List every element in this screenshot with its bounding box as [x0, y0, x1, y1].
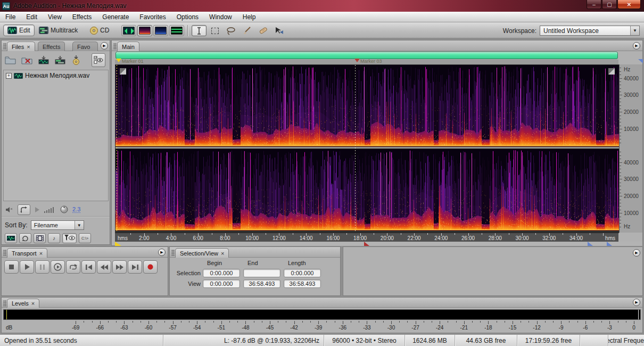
- panel-grip[interactable]: [171, 250, 175, 256]
- lasso-selection-tool[interactable]: [224, 25, 238, 36]
- marker-strip[interactable]: Marker 01Marker 03: [115, 60, 618, 64]
- view-handle[interactable]: [607, 242, 612, 246]
- menu-item-effects[interactable]: Effects: [67, 12, 97, 22]
- filter-options-button[interactable]: [62, 233, 77, 243]
- open-file-icon[interactable]: [5, 55, 16, 65]
- import-file-edit-icon[interactable]: [38, 55, 49, 65]
- panel-menu-button[interactable]: ▶: [101, 42, 108, 50]
- menu-item-edit[interactable]: Edit: [21, 12, 43, 22]
- pause-button[interactable]: [35, 260, 49, 274]
- panel-grip[interactable]: [3, 43, 6, 50]
- horizontal-zoom-navigator[interactable]: [115, 52, 618, 59]
- tab-favorites[interactable]: Favo: [72, 42, 98, 51]
- panel-grip[interactable]: [3, 250, 6, 256]
- tab-transport[interactable]: Transport ×: [7, 248, 47, 258]
- time-selection-tool[interactable]: [192, 25, 207, 36]
- tab-files[interactable]: Files ×: [7, 42, 35, 51]
- playhead-handle[interactable]: [115, 242, 121, 246]
- menu-item-window[interactable]: Window: [204, 12, 237, 22]
- show-audio-files-button[interactable]: [5, 233, 17, 243]
- play-looped-button[interactable]: [66, 260, 80, 274]
- tab-effects[interactable]: Effects: [38, 42, 65, 51]
- spectral-frequency-view-icon[interactable]: [137, 25, 152, 36]
- play-from-cursor-button[interactable]: [51, 260, 65, 274]
- show-video-files-button[interactable]: [34, 233, 46, 243]
- tab-close-icon[interactable]: ×: [39, 250, 43, 257]
- spectral-phase-view-icon[interactable]: [169, 25, 184, 36]
- show-options-button[interactable]: [92, 53, 105, 67]
- preview-volume-value[interactable]: 2.3: [72, 206, 80, 213]
- selection-length-field[interactable]: [284, 269, 321, 277]
- menu-item-view[interactable]: View: [43, 12, 67, 22]
- multitrack-view-button[interactable]: Multitrack: [35, 24, 81, 36]
- menu-item-generate[interactable]: Generate: [97, 12, 134, 22]
- marker-1[interactable]: Marker 01: [116, 59, 144, 64]
- tab-close-icon[interactable]: ×: [221, 250, 224, 257]
- view-end-field[interactable]: [243, 279, 280, 288]
- panel-menu-button[interactable]: ▶: [633, 299, 640, 306]
- view-handle[interactable]: [588, 242, 593, 246]
- tab-close-icon[interactable]: ×: [27, 44, 30, 50]
- record-button[interactable]: [143, 260, 158, 274]
- menu-item-help[interactable]: Help: [237, 12, 261, 22]
- rewind-button[interactable]: [97, 260, 111, 274]
- edit-view-button[interactable]: Edit: [3, 24, 35, 36]
- volume-knob[interactable]: [60, 205, 68, 213]
- preview-play-icon[interactable]: [35, 207, 40, 213]
- view-begin-field[interactable]: [203, 279, 240, 288]
- maximize-button[interactable]: ▢: [602, 0, 617, 9]
- go-to-beginning-button[interactable]: [81, 260, 96, 274]
- go-to-end-button[interactable]: [128, 260, 142, 274]
- stop-button[interactable]: [4, 260, 19, 274]
- marker-2[interactable]: Marker 03: [354, 59, 382, 64]
- cd-view-button[interactable]: CD: [86, 24, 113, 36]
- spectrogram-canvas[interactable]: [115, 64, 619, 233]
- tab-main[interactable]: Main: [117, 42, 139, 51]
- close-file-icon[interactable]: [21, 55, 33, 65]
- marquee-selection-tool[interactable]: [208, 25, 222, 36]
- volume-bars-icon[interactable]: [44, 206, 56, 213]
- level-meter[interactable]: [3, 309, 641, 320]
- panel-menu-button[interactable]: ▶: [633, 249, 640, 257]
- panel-grip[interactable]: [3, 300, 6, 307]
- right-edge-handle[interactable]: [638, 59, 643, 63]
- play-button[interactable]: [20, 260, 34, 274]
- tab-levels[interactable]: Levels ×: [7, 299, 39, 308]
- minimize-button[interactable]: –: [587, 0, 601, 9]
- show-midi-files-button[interactable]: ♪: [48, 233, 60, 243]
- db-label: -24: [436, 325, 443, 331]
- scrub-tool[interactable]: [271, 25, 286, 36]
- effects-paintbrush-tool[interactable]: [240, 25, 254, 36]
- frequency-ruler[interactable]: Hz10000200003000040000Hz1000020000300004…: [619, 64, 642, 233]
- waveform-view-icon[interactable]: [121, 25, 136, 36]
- auto-play-button[interactable]: [18, 204, 30, 215]
- import-cd-icon[interactable]: [71, 55, 81, 65]
- show-loop-files-button[interactable]: [19, 233, 31, 243]
- selection-begin-field[interactable]: [203, 269, 240, 277]
- speaker-icon[interactable]: [5, 206, 13, 213]
- file-tree-item[interactable]: + Нежная Мелодия.wav: [4, 70, 108, 79]
- menu-item-file[interactable]: File: [0, 12, 21, 22]
- workspace-select[interactable]: Untitled Workspace ▼: [540, 26, 640, 36]
- panel-grip[interactable]: [113, 43, 117, 50]
- import-file-multitrack-icon[interactable]: [54, 55, 66, 65]
- sort-by-select[interactable]: Filename ▼: [31, 220, 84, 230]
- marker-handle[interactable]: [364, 242, 369, 246]
- menu-item-options[interactable]: Options: [171, 12, 204, 22]
- freq-label: 10000: [624, 126, 639, 132]
- close-button[interactable]: ✕: [617, 0, 641, 9]
- panel-menu-button[interactable]: ▶: [158, 249, 166, 256]
- spectral-pan-view-icon[interactable]: [153, 25, 168, 36]
- spot-healing-brush-tool[interactable]: [255, 25, 270, 36]
- time-ruler[interactable]: hmshms2:004:006:008:0010:0012:0014:0016:…: [115, 233, 618, 242]
- tab-close-icon[interactable]: ×: [31, 300, 35, 307]
- fast-forward-button[interactable]: [112, 260, 127, 274]
- view-length-field[interactable]: [284, 279, 321, 288]
- selection-end-field[interactable]: [243, 269, 280, 277]
- show-full-paths-button[interactable]: C:\>: [79, 233, 91, 243]
- db-tick-minor: [521, 321, 521, 323]
- panel-menu-button[interactable]: ▶: [633, 42, 640, 50]
- menu-item-favorites[interactable]: Favorites: [134, 12, 171, 22]
- expand-icon[interactable]: +: [6, 73, 12, 79]
- tab-selection-view[interactable]: Selection/View ×: [175, 248, 229, 258]
